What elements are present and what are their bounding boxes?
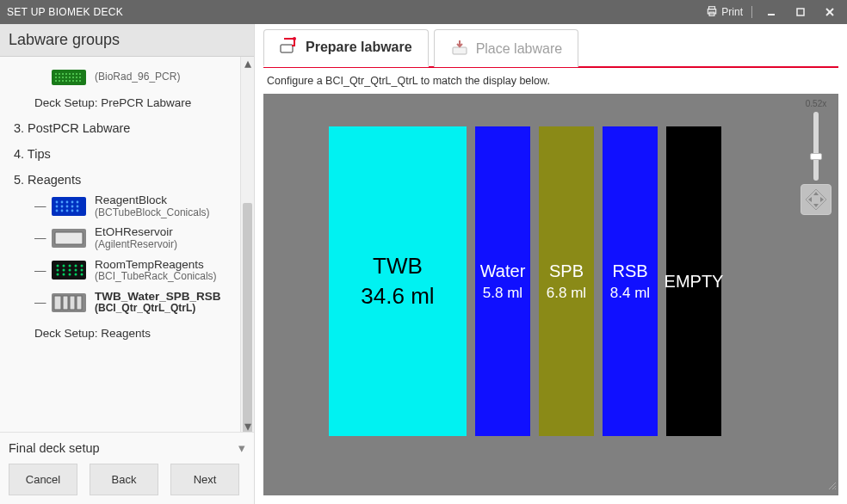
tree-item-twb-selected[interactable]: — TWB_Water_SPB_RSB (BCI_Qtr_QtrL_QtrL) [9, 288, 250, 317]
svg-point-13 [72, 73, 74, 75]
resize-grip-icon[interactable] [826, 478, 837, 494]
labware-canvas[interactable]: TWB34.6 mlWater5.8 mlSPB6.8 mlRSB8.4 mlE… [263, 94, 838, 495]
zoom-panel: 0.52x [799, 99, 833, 215]
print-button[interactable]: Print [706, 5, 743, 20]
sidebar-scrollbar[interactable]: ▴ ▾ [240, 57, 254, 432]
svg-marker-77 [808, 197, 812, 202]
svg-point-65 [81, 274, 83, 276]
tab-place-labware[interactable]: Place labware [434, 29, 579, 67]
scroll-down-icon[interactable]: ▾ [241, 420, 254, 432]
well-row: TWB34.6 mlWater5.8 mlSPB6.8 mlRSB8.4 mlE… [329, 126, 721, 436]
svg-point-53 [69, 265, 71, 267]
svg-point-52 [63, 265, 65, 267]
pcr-plate-icon [52, 67, 86, 88]
reagent-block-icon [52, 196, 86, 217]
svg-point-51 [57, 265, 59, 267]
svg-point-44 [61, 209, 64, 212]
deck-setup-reagents[interactable]: Deck Setup: Reagents [9, 327, 250, 340]
tree-item-reagentblock[interactable]: — ReagentBlock (BCTubeBlock_Conicals) [9, 192, 250, 220]
minimize-button[interactable] [761, 3, 782, 21]
svg-point-30 [76, 80, 77, 82]
well-label: RSB [612, 261, 647, 281]
svg-point-19 [65, 77, 67, 78]
tab-bar: Prepare labware Place labware [263, 29, 838, 68]
tree-item-roomtemp[interactable]: — RoomTempReagents (BCI_TubeRack_Conical… [9, 256, 250, 285]
divider [751, 6, 752, 18]
svg-point-20 [69, 77, 71, 78]
close-button[interactable] [819, 3, 840, 21]
svg-point-23 [79, 77, 81, 78]
sidebar: Labware groups — (BioRad_96_PCR) Deck Se… [0, 24, 255, 504]
svg-rect-68 [63, 296, 68, 310]
tree-item-sublabel: (AgilentReservoir) [95, 239, 177, 251]
svg-point-46 [71, 209, 74, 212]
section-reagents[interactable]: 5. Reagents [9, 173, 250, 187]
svg-point-63 [69, 274, 71, 276]
tree-item-label: ReagentBlock [95, 194, 210, 207]
svg-point-24 [55, 80, 57, 82]
scroll-up-icon[interactable]: ▴ [241, 57, 254, 69]
svg-point-56 [57, 269, 59, 272]
tree-item-sublabel: (BCTubeBlock_Conicals) [95, 207, 210, 219]
deck-setup-prepcr[interactable]: Deck Setup: PrePCR Labware [9, 96, 250, 109]
well-volume: 34.6 ml [361, 283, 434, 310]
back-button[interactable]: Back [90, 464, 158, 495]
svg-marker-78 [820, 197, 824, 202]
svg-point-38 [56, 205, 59, 207]
svg-point-9 [59, 73, 60, 75]
maximize-button[interactable] [790, 3, 811, 21]
svg-point-17 [59, 77, 60, 78]
titlebar-actions: Print [706, 3, 840, 21]
well-empty[interactable]: EMPTY [666, 126, 721, 436]
svg-point-47 [77, 209, 79, 212]
section-postpcr[interactable]: 3. PostPCR Labware [9, 121, 250, 135]
svg-point-36 [71, 200, 74, 203]
svg-point-28 [69, 80, 71, 82]
tree-item-label: TWB_Water_SPB_RSB [95, 290, 221, 304]
svg-point-37 [77, 200, 79, 203]
svg-line-81 [835, 489, 836, 489]
zoom-slider[interactable] [813, 112, 819, 181]
pan-control[interactable] [801, 184, 832, 215]
svg-point-43 [56, 209, 59, 212]
well-label: EMPTY [665, 272, 724, 292]
collapse-toggle[interactable]: — [34, 264, 43, 277]
svg-point-60 [81, 269, 83, 272]
tree-item-etoh[interactable]: — EtOHReservoir (AgilentReservoir) [9, 224, 250, 252]
tab-prepare-labware[interactable]: Prepare labware [263, 29, 429, 67]
well-spb[interactable]: SPB6.8 ml [539, 126, 594, 436]
quarter-reservoir-icon [52, 292, 86, 313]
svg-point-54 [75, 265, 77, 267]
svg-point-11 [65, 73, 67, 75]
svg-point-42 [77, 205, 79, 207]
svg-point-12 [69, 73, 71, 75]
svg-point-10 [62, 73, 64, 75]
cancel-button[interactable]: Cancel [9, 464, 77, 495]
well-rsb[interactable]: RSB8.4 ml [603, 126, 658, 436]
collapse-toggle[interactable]: — [34, 231, 43, 244]
svg-point-34 [61, 200, 64, 203]
well-volume: 8.4 ml [610, 285, 650, 302]
collapse-toggle[interactable]: — [34, 200, 43, 212]
reservoir-icon [52, 228, 86, 249]
svg-point-64 [75, 274, 77, 276]
tree-item-label: EtOHReservoir [95, 225, 177, 239]
next-button[interactable]: Next [170, 464, 239, 495]
chevron-down-icon: ▾ [238, 441, 245, 455]
tree-item-truncated[interactable]: — (BioRad_96_PCR) [9, 65, 250, 89]
well-water[interactable]: Water5.8 ml [475, 126, 530, 436]
sidebar-title: Labware groups [0, 24, 254, 57]
section-tips[interactable]: 4. Tips [9, 147, 250, 161]
titlebar: SET UP BIOMEK DECK Print [0, 0, 847, 24]
zoom-slider-thumb[interactable] [810, 153, 822, 160]
content-area: Prepare labware Place labware Configure … [255, 24, 847, 504]
svg-rect-4 [797, 9, 804, 15]
scroll-thumb[interactable] [243, 203, 252, 432]
collapse-toggle[interactable]: — [34, 296, 43, 309]
pan-diamond-icon [804, 187, 828, 212]
svg-point-15 [79, 73, 81, 75]
title: SET UP BIOMEK DECK [7, 6, 706, 18]
well-twb[interactable]: TWB34.6 ml [329, 126, 467, 436]
final-deck-setup[interactable]: Final deck setup ▾ [9, 441, 245, 455]
instruction-text: Configure a BCI_Qtr_QtrL_QtrL to match t… [263, 68, 838, 94]
